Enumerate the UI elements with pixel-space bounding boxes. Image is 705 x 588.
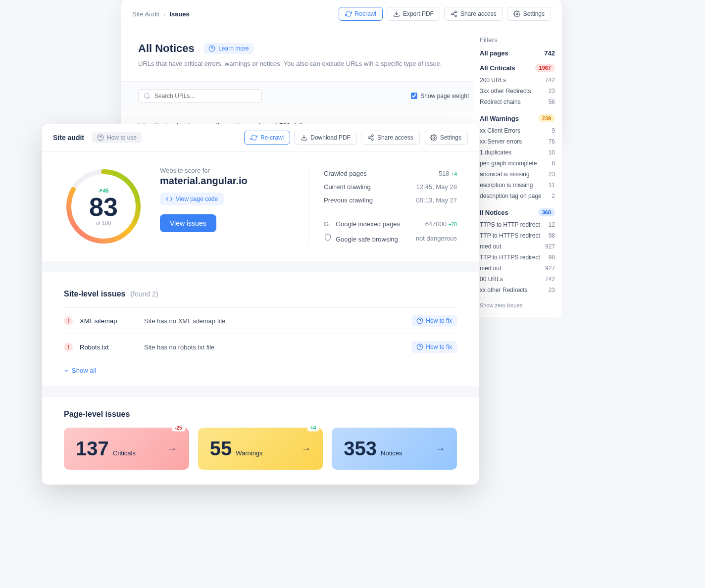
filter-item[interactable]: med out927 [480, 263, 555, 274]
error-icon: ! [64, 316, 73, 325]
settings-button[interactable]: Settings [507, 7, 551, 21]
issue-row: !XML sitemapSite has no XML sitemap file… [64, 307, 457, 334]
svg-point-5 [145, 93, 149, 98]
arrow-right-icon: → [167, 443, 177, 454]
breadcrumb-root[interactable]: Site Audit [132, 10, 159, 18]
site-domain: material.angular.io [160, 175, 292, 187]
how-to-use-link[interactable]: How to use [92, 132, 142, 143]
search-input[interactable] [154, 93, 256, 99]
stat-row: Google safe browsingnot dangerous [324, 231, 457, 246]
filter-item[interactable]: xx Client Errors9 [480, 125, 555, 136]
svg-point-9 [372, 139, 374, 141]
stat-row: Prevous crawling00:13, May 27 [324, 194, 457, 207]
issue-tile[interactable]: -25137Criticals→ [64, 428, 189, 470]
svg-point-10 [433, 137, 435, 139]
share-access-button[interactable]: Share access [361, 131, 420, 145]
filter-item[interactable]: TTPS to HTTP redirect12 [480, 219, 555, 230]
view-issues-button[interactable]: View issues [160, 214, 216, 232]
filter-head-criticals[interactable]: All Criticals1967 [480, 64, 555, 72]
filter-item[interactable]: description tag on page2 [480, 191, 555, 201]
google-icon: G [324, 220, 332, 228]
filter-item[interactable]: anonical is missing23 [480, 169, 555, 180]
filter-item[interactable]: Redirect chains56 [480, 97, 555, 107]
search-icon [144, 93, 151, 99]
site-audit-panel: Site audit How to use Re-crawl Download … [42, 124, 479, 485]
panel-title: Site audit [53, 134, 84, 142]
filter-item[interactable]: 200 URLs742 [480, 75, 555, 86]
site-label: Website score for [160, 167, 292, 174]
svg-point-2 [455, 15, 457, 17]
show-page-weight-checkbox[interactable]: Show page weight [411, 93, 469, 99]
breadcrumb-current: Issues [169, 10, 189, 18]
site-issues-title: Site-level issues [64, 290, 126, 298]
filter-item[interactable]: xx Server errors76 [480, 136, 555, 147]
filter-item[interactable]: med out927 [480, 241, 555, 252]
filter-item[interactable]: TTP to HTTPS redirect98 [480, 230, 555, 241]
recrawl-button[interactable]: Recrawl [339, 7, 383, 21]
settings-button[interactable]: Settings [424, 131, 468, 145]
caret-down-icon [64, 368, 69, 373]
svg-point-0 [455, 11, 457, 13]
svg-point-3 [516, 13, 518, 15]
arrow-right-icon: → [435, 443, 445, 454]
chevron-right-icon: › [163, 10, 165, 18]
filters-title: Filters [480, 36, 555, 44]
error-icon: ! [64, 343, 73, 351]
how-to-fix-button[interactable]: How to fix [411, 315, 457, 327]
score-of: of 100 [96, 220, 111, 226]
issue-tile[interactable]: 353Notices→ [332, 428, 457, 470]
search-input-wrapper[interactable] [138, 89, 262, 103]
show-all-link[interactable]: Show all [64, 360, 457, 381]
filter-all-pages[interactable]: All pages742 [480, 49, 555, 57]
filter-item[interactable]: TTP to HTTPS redirect98 [480, 252, 555, 263]
stat-row: Current crawling12:45, May 28 [324, 180, 457, 194]
stat-row: GGoogle indexed pages647000+70 [324, 217, 457, 231]
filter-item[interactable]: 00 URLs742 [480, 274, 555, 285]
download-pdf-button[interactable]: Download PDF [294, 131, 357, 145]
export-pdf-button[interactable]: Export PDF [387, 7, 440, 21]
filter-head-warnings[interactable]: All Warnings239 [480, 114, 555, 122]
recrawl-button[interactable]: Re-crawl [244, 131, 290, 145]
arrow-right-icon: → [301, 443, 311, 454]
issues-topbar: Site Audit › Issues Recrawl Export PDF S… [121, 0, 562, 28]
score-value: 83 [89, 194, 118, 220]
how-to-fix-button[interactable]: How to fix [411, 341, 457, 353]
learn-more-link[interactable]: Learn more [203, 43, 253, 54]
svg-point-7 [372, 135, 374, 137]
score-gauge: ↗45 83 of 100 [64, 167, 143, 246]
svg-point-8 [368, 137, 370, 139]
show-zero-issues-link[interactable]: Show zero issues [480, 302, 555, 308]
page-issues-title: Page-level issues [64, 410, 457, 419]
view-page-code-button[interactable]: View page code [160, 193, 224, 205]
stat-row: Crawled pages518+4 [324, 167, 457, 180]
filter-item[interactable]: 3xx other Redirects23 [480, 86, 555, 97]
filter-item[interactable]: escription is missing11 [480, 180, 555, 191]
issue-tile[interactable]: +455Warnings→ [198, 428, 323, 470]
filter-item[interactable]: 1 duplicates10 [480, 147, 555, 158]
share-access-button[interactable]: Share access [444, 7, 503, 21]
page-title: All Notices [138, 42, 195, 55]
filters-sidebar: Filters All pages742 All Criticals1967 2… [473, 27, 562, 317]
shield-icon [324, 234, 332, 243]
stats-panel: Crawled pages518+4Current crawling12:45,… [308, 167, 457, 246]
filter-item[interactable]: xx other Redirects23 [480, 285, 555, 295]
breadcrumb: Site Audit › Issues [132, 10, 190, 18]
issue-row: !Robots.txtSite has no robots.txt fileHo… [64, 334, 457, 360]
filter-item[interactable]: pen graph incomplete8 [480, 158, 555, 169]
site-issues-count: (found 2) [131, 290, 158, 298]
filter-head-notices[interactable]: ll Notices360 [480, 208, 555, 216]
svg-point-1 [452, 13, 453, 15]
